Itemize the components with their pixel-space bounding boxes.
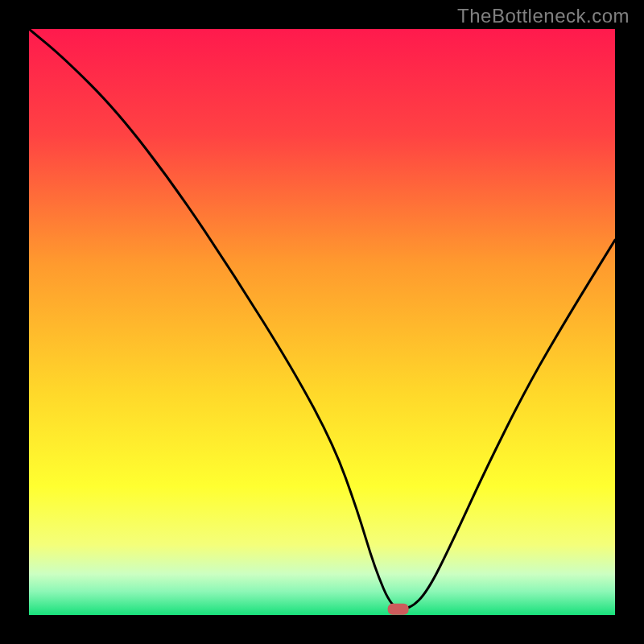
bottleneck-chart [29,29,615,615]
optimal-marker [388,604,409,615]
watermark-text: TheBottleneck.com [457,5,630,27]
gradient-background [29,29,615,615]
chart-frame: TheBottleneck.com [0,0,644,644]
